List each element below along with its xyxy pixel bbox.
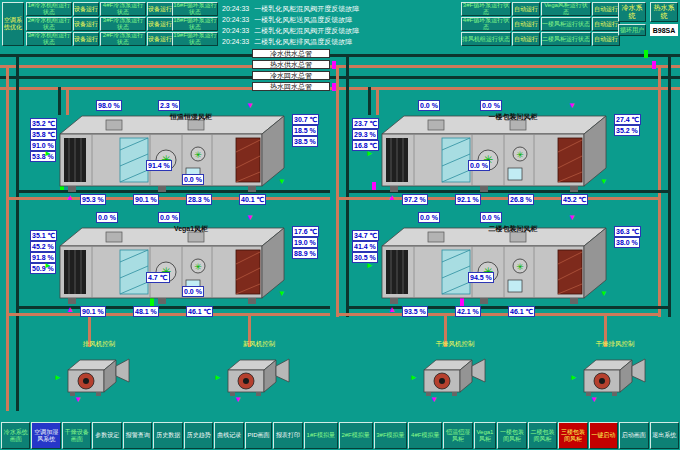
- device-status-button[interactable]: 一楼风柜运行状态: [541, 17, 591, 31]
- ahu-4: ✳ ✳ 二楼包装间风柜 ► ▼ ▲ ▼ 34.7 ℃41.4 %30.5 %0.…: [352, 212, 652, 320]
- toolbar-button[interactable]: 报警查询: [123, 422, 152, 449]
- toolbar-button[interactable]: 曲线记录: [214, 422, 243, 449]
- ahu-value-right: 38.5 %: [292, 136, 318, 147]
- ahu-value-left: 35.1 ℃: [30, 230, 57, 241]
- flow-arrow-icon: ▼: [600, 178, 608, 186]
- chiller-status-button[interactable]: 1#冷水机组运行状态: [26, 2, 72, 16]
- flow-arrow-icon: ►: [410, 374, 418, 382]
- ahu-graphic: ✳ ✳: [58, 110, 288, 198]
- device-status-button[interactable]: 二楼风柜运行状态: [541, 32, 591, 46]
- toolbar-button[interactable]: 2#F模拟量: [339, 422, 373, 449]
- ahu-value-right: 18.5 %: [292, 125, 318, 136]
- hot-water-system-button[interactable]: 热水系统: [650, 2, 678, 22]
- ahu-value-left: 35.2 ℃: [30, 118, 57, 129]
- toolbar-button[interactable]: 一键启动: [589, 422, 618, 449]
- user-button[interactable]: 循环用户: [618, 24, 646, 36]
- ahu-value-mid: 0.0 %: [182, 174, 204, 185]
- toolbar-button[interactable]: 一楼包装 间风柜: [497, 422, 526, 449]
- run-mode-status[interactable]: 自动运行: [592, 17, 620, 31]
- circ-pump-button[interactable]: 18#F循环泵运行状态: [172, 17, 218, 31]
- toolbar-button[interactable]: 干燥设备 画面: [62, 422, 91, 449]
- ahu-value-left: 29.3 %: [352, 129, 378, 140]
- pump-run-status[interactable]: 设备运行: [147, 17, 173, 31]
- ahu-value-below: 97.2 %: [402, 194, 428, 205]
- chiller-run-status[interactable]: 设备运行: [73, 32, 99, 46]
- fan-unit-graphic: [582, 352, 648, 400]
- flow-arrow-icon: ▼: [74, 396, 82, 404]
- flow-arrow-icon: ►: [366, 150, 374, 158]
- toolbar-button[interactable]: 参数设定: [92, 422, 121, 449]
- pump-run-status[interactable]: 设备运行: [147, 2, 173, 16]
- run-mode-status[interactable]: 自动运行: [592, 32, 620, 46]
- chilled-water-system-button[interactable]: 冷水系统: [618, 2, 646, 22]
- ahu-value-mid: 4.7 ℃: [146, 272, 170, 283]
- ahu-value-below: 42.1 %: [455, 306, 481, 317]
- alarm-row: 20:24:33二楼乳化风柜排风温度反馈故障: [222, 36, 460, 47]
- flow-arrow-icon: ▼: [246, 214, 254, 222]
- toolbar-button[interactable]: 启动画面: [619, 422, 648, 449]
- toolbar-button[interactable]: 三楼包装 间风柜: [558, 422, 587, 449]
- ahu-3: ✳ ✳ Vega1风柜 ► ▼ ▲ ▼ 35.1 ℃45.2 %91.8 %50…: [30, 212, 330, 320]
- valve-indicator: [644, 50, 648, 58]
- chiller-status-button[interactable]: 2#冷水机组运行状态: [26, 17, 72, 31]
- toolbar-button[interactable]: 历史趋势: [184, 422, 213, 449]
- ahu-value-mid: 91.4 %: [146, 160, 172, 171]
- fan-unit-label: 干燥风机控制: [400, 340, 510, 349]
- toolbar-button[interactable]: 历史数据: [153, 422, 182, 449]
- toolbar-button[interactable]: Vega1 风柜: [474, 422, 497, 449]
- circ-pump-button[interactable]: 16#F循环泵运行状态: [172, 2, 218, 16]
- ahu-value-left: 35.8 ℃: [30, 129, 57, 140]
- pipe-segment: [668, 54, 671, 317]
- run-mode-status[interactable]: 自动运行: [592, 2, 620, 16]
- chiller-status-button[interactable]: 3#冷水机组运行状态: [26, 32, 72, 46]
- run-mode-status[interactable]: 自动运行: [512, 32, 540, 46]
- pipe-segment: [0, 87, 680, 90]
- flow-arrow-icon: ▼: [568, 102, 576, 110]
- flow-arrow-icon: ►: [44, 150, 52, 158]
- flow-arrow-icon: ►: [366, 262, 374, 270]
- toolbar-button[interactable]: 1#F模拟量: [304, 422, 338, 449]
- station-id-badge: B98SA: [650, 24, 678, 36]
- toolbar-button[interactable]: 二楼包装 间风柜: [528, 422, 557, 449]
- toolbar-button[interactable]: 报表打印: [273, 422, 302, 449]
- run-mode-status[interactable]: 自动运行: [512, 17, 540, 31]
- ahu-value-top: 0.0 %: [480, 212, 502, 223]
- run-mode-status[interactable]: 自动运行: [512, 2, 540, 16]
- ahu-value-left: 45.2 %: [30, 241, 56, 252]
- toolbar-button[interactable]: 4#F模拟量: [408, 422, 442, 449]
- ahu-value-right: 38.0 %: [614, 237, 640, 248]
- pipe-segment: [16, 54, 19, 411]
- ahu-value-below: 95.3 %: [80, 194, 106, 205]
- ahu-graphic: ✳ ✳: [58, 222, 288, 310]
- ahu-value-top: 2.3 %: [158, 100, 180, 111]
- system-optimize-button[interactable]: 空调系统优化: [2, 2, 24, 46]
- toolbar-button[interactable]: 3#F模拟量: [374, 422, 408, 449]
- ahu-1: ✳ ✳ 恒温恒湿风柜 ► ▼ ▲ ▼ 35.2 ℃35.8 ℃91.0 %53.…: [30, 100, 330, 208]
- pipe-label-chilled-return: 冷水回水总管: [252, 71, 330, 80]
- chiller-run-status[interactable]: 设备运行: [73, 17, 99, 31]
- ahu-graphic: ✳ ✳: [380, 222, 610, 310]
- device-status-button[interactable]: 3#F循环泵运行状态: [461, 2, 511, 16]
- toolbar-button[interactable]: 冷水系统 画面: [1, 422, 30, 449]
- device-status-button[interactable]: Vega风柜运行状态: [541, 2, 591, 16]
- device-status-button[interactable]: 排风机组运行状态: [461, 32, 511, 46]
- toolbar-button[interactable]: 空调加湿 风系统: [31, 422, 60, 449]
- pipe-segment: [346, 54, 349, 317]
- flow-arrow-icon: ▼: [590, 396, 598, 404]
- ahu-value-left: 34.7 ℃: [352, 230, 379, 241]
- pump-status-button[interactable]: 2#F冷冻泵运行状态: [100, 32, 146, 46]
- pump-run-status[interactable]: 设备运行: [147, 32, 173, 46]
- alarm-time: 20:24:33: [222, 38, 249, 45]
- circ-pump-button[interactable]: 19#F循环泵运行状态: [172, 32, 218, 46]
- pump-status-button[interactable]: 4#F冷冻泵运行状态: [100, 2, 146, 16]
- toolbar-button[interactable]: 退出系统: [650, 422, 679, 449]
- pipe-segment: [0, 54, 680, 57]
- flow-arrow-icon: ►: [214, 374, 222, 382]
- toolbar-button[interactable]: 恒温恒湿 风柜: [443, 422, 472, 449]
- flow-arrow-icon: ▲: [388, 306, 396, 314]
- ahu-value-top: 0.0 %: [418, 212, 440, 223]
- device-status-button[interactable]: 4#F循环泵运行状态: [461, 17, 511, 31]
- toolbar-button[interactable]: PID画面: [245, 422, 273, 449]
- chiller-run-status[interactable]: 设备运行: [73, 2, 99, 16]
- pump-status-button[interactable]: 3#F冷冻泵运行状态: [100, 17, 146, 31]
